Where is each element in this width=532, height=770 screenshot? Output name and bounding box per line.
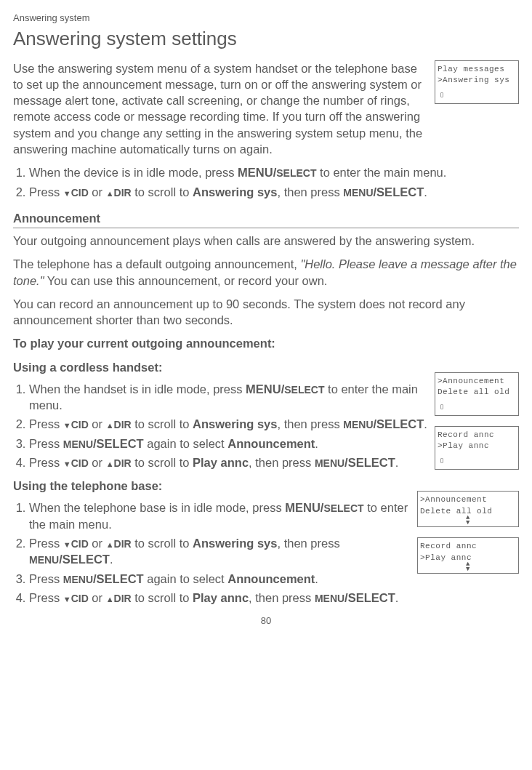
text: Press <box>29 456 63 469</box>
lcd-screen-2: >Announcement Delete all old ▯ <box>435 372 519 416</box>
triangle-up-icon <box>106 591 114 604</box>
screen-line: Record annc <box>420 541 516 552</box>
announcement-para1: Your outgoing announcement plays when ca… <box>13 233 519 249</box>
text: to scroll to <box>132 417 193 430</box>
base-steps-list: When the telephone base is in idle mode,… <box>13 500 414 606</box>
text-menu: MENU <box>343 419 373 430</box>
text-select: /SELECT <box>344 591 395 604</box>
list-item: When the device is in idle mode, press M… <box>29 164 519 180</box>
text-bold: Announcement <box>227 572 315 585</box>
text: to scroll to <box>132 591 193 604</box>
lcd-screen-1: Play messages >Answering sys ▯ <box>435 60 519 104</box>
triangle-up-icon <box>106 537 114 550</box>
text-dir: DIR <box>114 593 132 604</box>
list-item: Press CID or DIR to scroll to Answering … <box>29 535 414 568</box>
text-dir: DIR <box>114 419 132 430</box>
text: . <box>424 185 427 198</box>
text: . <box>315 572 318 585</box>
arrows-icon: ▲▼ <box>466 516 470 526</box>
lcd-screen-4: >Announcement Delete all old ▲▼ <box>417 491 519 527</box>
text-dir: DIR <box>114 187 132 198</box>
text: Press <box>29 417 63 430</box>
triangle-up-icon <box>106 185 114 198</box>
announcement-para2: The telephone has a default outgoing ann… <box>13 256 519 289</box>
text: When the device is in idle mode, press <box>29 166 238 179</box>
main-steps-list: When the device is in idle mode, press M… <box>13 164 519 200</box>
text: . <box>424 417 427 430</box>
base-section: >Announcement Delete all old ▲▼ Record a… <box>13 478 519 606</box>
triangle-up-icon <box>106 456 114 469</box>
text-bold: Answering sys <box>193 417 277 430</box>
text-cid: CID <box>71 593 89 604</box>
text-bold: Answering sys <box>193 537 277 550</box>
text: Press <box>29 437 63 450</box>
text: to scroll to <box>132 537 193 550</box>
text: again to select <box>144 572 228 585</box>
text-menu: MENU <box>63 574 93 585</box>
text: . <box>315 437 318 450</box>
triangle-down-icon <box>63 456 71 469</box>
text: When the telephone base is in idle mode,… <box>29 501 285 514</box>
text-select: /SELECT <box>344 456 395 469</box>
text-bold: Play annc <box>193 591 249 604</box>
screen-line: Delete all old <box>438 387 516 398</box>
text-bold: Play annc <box>193 456 249 469</box>
triangle-down-icon <box>63 185 71 198</box>
text-cid: CID <box>71 419 89 430</box>
announcement-para3: You can record an announcement up to 90 … <box>13 296 519 329</box>
screen-line: >Answering sys <box>438 75 516 86</box>
text-bold: MENU/ <box>238 166 276 179</box>
intro-block: Play messages >Answering sys ▯ Use the a… <box>13 60 519 158</box>
text: or <box>89 417 106 430</box>
screen-line: >Announcement <box>438 376 516 387</box>
list-item: Press CID or DIR to scroll to Answering … <box>29 184 519 200</box>
text: . <box>110 553 113 566</box>
screen-line: Record annc <box>438 430 516 441</box>
list-item: When the handset is in idle mode, press … <box>29 381 436 414</box>
handset-section: >Announcement Delete all old ▯ Record an… <box>13 359 519 471</box>
text: , then press <box>249 456 315 469</box>
battery-icon: ▯ <box>440 90 445 100</box>
text: to scroll to <box>132 185 193 198</box>
announcement-heading: Announcement <box>13 210 519 228</box>
text-select: /SELECT <box>59 553 110 566</box>
text-select: /SELECT <box>374 417 424 430</box>
text-bold-small: SELECT <box>323 502 363 514</box>
handset-steps-list: When the handset is in idle mode, press … <box>13 381 436 470</box>
text: When the handset is in idle mode, press <box>29 382 246 396</box>
lcd-screen-3: Record annc >Play annc ▯ <box>435 426 519 470</box>
text-select: /SELECT <box>374 185 424 198</box>
text: , then press <box>249 591 315 604</box>
triangle-down-icon <box>63 537 71 550</box>
text: or <box>89 456 106 469</box>
lcd-screen-5: Record annc >Play annc ▲▼ <box>417 537 519 574</box>
triangle-down-icon <box>63 417 71 430</box>
text: or <box>89 591 106 604</box>
list-item: When the telephone base is in idle mode,… <box>29 500 414 532</box>
text-cid: CID <box>71 187 89 198</box>
text: , then press <box>277 185 343 198</box>
text-cid: CID <box>71 538 89 550</box>
text-menu: MENU <box>29 554 59 566</box>
intro-text-span: Use the answering system menu of a syste… <box>13 60 427 158</box>
text-menu: MENU <box>315 593 344 604</box>
text: , then press <box>277 417 343 430</box>
triangle-up-icon <box>106 417 114 430</box>
text: Press <box>29 591 63 604</box>
play-announcement-heading: To play your current outgoing announceme… <box>13 335 519 351</box>
text: or <box>89 185 106 198</box>
text: Press <box>29 185 63 198</box>
screen-line: Play messages <box>438 64 516 75</box>
triangle-down-icon <box>63 591 71 604</box>
list-item: Press CID or DIR to scroll to Answering … <box>29 416 436 432</box>
text-bold-small: SELECT <box>284 384 324 396</box>
arrows-icon: ▲▼ <box>466 562 470 572</box>
text-dir: DIR <box>114 457 132 469</box>
text: to scroll to <box>132 456 193 469</box>
text-cid: CID <box>71 457 89 469</box>
screen-line: >Announcement <box>420 494 516 505</box>
text: . <box>395 591 399 604</box>
battery-icon: ▯ <box>440 456 445 466</box>
text: to enter the main menu. <box>316 166 446 179</box>
page-title: Answering system settings <box>13 26 519 52</box>
